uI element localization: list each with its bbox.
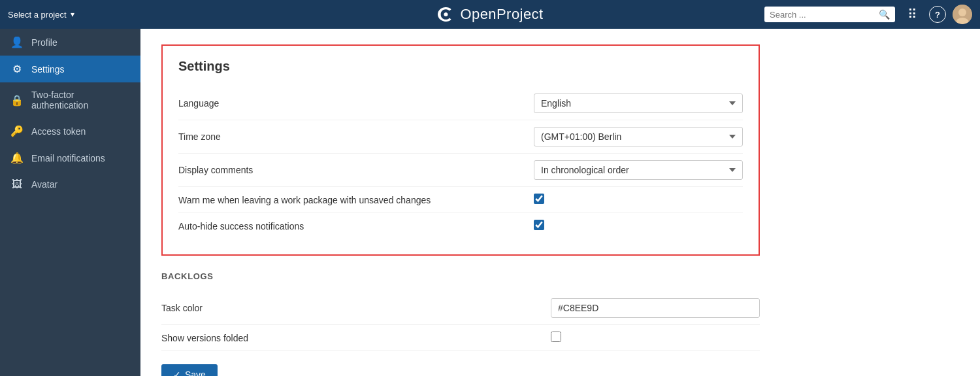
sidebar-item-access-token[interactable]: 🔑 Access token <box>0 118 140 145</box>
task-color-input[interactable] <box>551 298 760 318</box>
timezone-select[interactable]: (GMT+01:00) Berlin (GMT+00:00) London (G… <box>534 127 743 146</box>
sidebar-label-profile: Profile <box>31 37 57 48</box>
sidebar-item-two-factor[interactable]: 🔒 Two-factor authentication <box>0 82 140 118</box>
auto-hide-control <box>534 220 743 232</box>
search-input[interactable] <box>770 10 875 20</box>
sidebar-label-access-token: Access token <box>31 126 86 137</box>
chevron-down-icon: ▾ <box>71 10 74 19</box>
search-icon: 🔍 <box>879 9 890 20</box>
save-checkmark-icon: ✓ <box>173 369 181 376</box>
language-label: Language <box>178 98 534 109</box>
timezone-row: Time zone (GMT+01:00) Berlin (GMT+00:00)… <box>178 120 743 154</box>
openproject-logo-icon <box>436 7 455 22</box>
display-comments-control: In chronological order In reverse chrono… <box>534 160 743 180</box>
sidebar-item-email-notifications[interactable]: 🔔 Email notifications <box>0 145 140 171</box>
profile-icon: 👤 <box>10 36 24 48</box>
auto-hide-row: Auto-hide success notifications <box>178 213 743 239</box>
sidebar-label-email-notifications: Email notifications <box>31 153 105 163</box>
backlogs-section: BACKLOGS Task color Show versions folded <box>161 271 760 376</box>
language-control: English German French Spanish <box>534 94 743 113</box>
task-color-label: Task color <box>161 303 551 313</box>
key-icon: 🔑 <box>10 125 24 137</box>
content-area: Settings Language English German French … <box>140 29 980 376</box>
show-versions-checkbox[interactable] <box>551 332 561 342</box>
project-selector-label: Select a project <box>8 10 67 20</box>
task-color-row: Task color <box>161 292 760 325</box>
sidebar-item-avatar[interactable]: 🖼 Avatar <box>0 171 140 197</box>
app-name: OpenProject <box>460 6 543 23</box>
lock-icon: 🔒 <box>10 94 24 107</box>
content-inner: Settings Language English German French … <box>140 29 781 376</box>
warn-label: Warn me when leaving a work package with… <box>178 195 534 205</box>
sidebar-label-avatar: Avatar <box>31 179 57 190</box>
settings-bordered-section: Settings Language English German French … <box>161 44 760 256</box>
show-versions-label: Show versions folded <box>161 333 551 343</box>
image-icon: 🖼 <box>10 179 24 190</box>
show-versions-row: Show versions folded <box>161 325 760 351</box>
sidebar-label-two-factor: Two-factor authentication <box>31 90 130 111</box>
display-comments-row: Display comments In chronological order … <box>178 154 743 187</box>
bell-icon: 🔔 <box>10 152 24 164</box>
save-button[interactable]: ✓ Save <box>161 364 218 376</box>
sidebar-item-settings[interactable]: ⚙ Settings <box>0 56 140 82</box>
main-layout: 👤 Profile ⚙ Settings 🔒 Two-factor authen… <box>0 29 980 376</box>
sidebar-item-profile[interactable]: 👤 Profile <box>0 29 140 56</box>
grid-menu-button[interactable]: ⠿ <box>902 4 923 25</box>
app-logo: OpenProject <box>436 6 543 23</box>
avatar[interactable] <box>953 5 972 24</box>
warn-control <box>534 194 743 206</box>
search-box[interactable]: 🔍 <box>764 7 895 22</box>
show-versions-control <box>551 332 760 344</box>
settings-title: Settings <box>178 59 743 74</box>
top-navbar: Select a project ▾ OpenProject 🔍 ⠿ ? <box>0 0 980 29</box>
auto-hide-checkbox[interactable] <box>534 220 544 230</box>
save-label: Save <box>185 369 206 376</box>
language-select[interactable]: English German French Spanish <box>534 94 743 113</box>
sidebar: 👤 Profile ⚙ Settings 🔒 Two-factor authen… <box>0 29 140 376</box>
display-comments-label: Display comments <box>178 165 534 175</box>
timezone-label: Time zone <box>178 131 534 142</box>
auto-hide-label: Auto-hide success notifications <box>178 221 534 231</box>
language-row: Language English German French Spanish <box>178 87 743 120</box>
task-color-control <box>551 298 760 318</box>
settings-icon: ⚙ <box>10 63 24 75</box>
warn-checkbox[interactable] <box>534 194 544 204</box>
navbar-right: 🔍 ⠿ ? <box>764 4 972 25</box>
project-selector[interactable]: Select a project ▾ <box>8 10 112 20</box>
display-comments-select[interactable]: In chronological order In reverse chrono… <box>534 160 743 180</box>
help-button[interactable]: ? <box>929 6 946 23</box>
timezone-control: (GMT+01:00) Berlin (GMT+00:00) London (G… <box>534 127 743 146</box>
backlogs-title: BACKLOGS <box>161 271 760 281</box>
warn-row: Warn me when leaving a work package with… <box>178 187 743 213</box>
sidebar-label-settings: Settings <box>31 64 65 75</box>
